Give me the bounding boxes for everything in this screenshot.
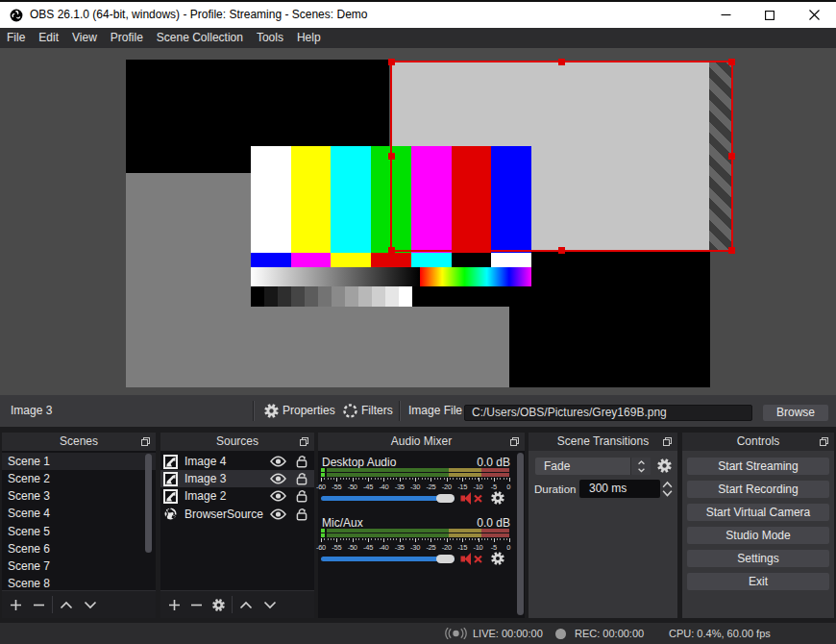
selection-handle-topright[interactable] xyxy=(728,59,735,65)
menu-item[interactable]: Edit xyxy=(32,28,65,48)
menu-item[interactable]: File xyxy=(0,28,32,48)
menu-item[interactable]: Help xyxy=(290,28,328,48)
duration-label: Duration xyxy=(534,483,576,495)
scene-list-item[interactable]: Scene 8 xyxy=(2,575,156,590)
visibility-eye-icon[interactable] xyxy=(270,456,286,467)
lock-icon[interactable] xyxy=(296,508,307,521)
channel-name: Mic/Aux xyxy=(322,516,363,530)
lock-icon[interactable] xyxy=(296,472,307,485)
sources-dock-header[interactable]: Sources xyxy=(160,433,314,451)
control-button[interactable]: Start Virtual Camera xyxy=(687,504,829,522)
selection-handle-midleft[interactable] xyxy=(388,153,395,160)
scene-list-item[interactable]: Scene 7 xyxy=(2,557,156,575)
audio-mixer-dock-header[interactable]: Audio Mixer xyxy=(318,433,525,451)
control-button[interactable]: Studio Mode xyxy=(687,527,829,545)
move-source-down-button[interactable] xyxy=(262,601,278,609)
scenes-scrollbar[interactable] xyxy=(145,454,152,553)
transition-select[interactable]: Fade xyxy=(535,458,651,476)
duration-spinbox[interactable]: 300 ms xyxy=(579,480,660,499)
volume-slider-handle[interactable] xyxy=(436,555,455,563)
browse-button[interactable]: Browse xyxy=(763,405,828,422)
source-list-item[interactable]: BrowserSource xyxy=(160,506,314,523)
scene-list-item[interactable]: Scene 2 xyxy=(2,470,156,487)
close-button[interactable] xyxy=(792,2,836,28)
selection-handle-bottomleft[interactable] xyxy=(388,247,395,254)
lock-icon[interactable] xyxy=(296,455,307,468)
scene-list-item[interactable]: Scene 5 xyxy=(2,523,156,540)
remove-scene-button[interactable] xyxy=(31,599,46,611)
volume-slider-track[interactable] xyxy=(321,557,455,561)
volume-slider-track[interactable] xyxy=(321,496,455,501)
selection-handle-bottomcenter[interactable] xyxy=(558,247,565,254)
selection-handle-midright[interactable] xyxy=(728,153,735,160)
source-list-item[interactable]: Image 3 xyxy=(160,470,314,487)
visibility-eye-icon[interactable] xyxy=(270,490,286,502)
minimize-button[interactable] xyxy=(703,2,748,28)
obs-window: OBS 26.1.0 (64-bit, windows) - Profile: … xyxy=(0,0,836,644)
source-properties-button[interactable] xyxy=(210,598,226,612)
control-button[interactable]: Start Streaming xyxy=(687,458,829,476)
test-pattern-bar xyxy=(291,146,332,253)
transition-gear-icon[interactable] xyxy=(656,458,673,474)
audio-mixer-dock: Audio Mixer Desktop Audio 0.0 dB -60-55-… xyxy=(318,433,525,618)
scenes-dock-body: Scene 1Scene 2Scene 3Scene 4Scene 5Scene… xyxy=(2,451,156,618)
move-scene-down-button[interactable] xyxy=(83,601,98,609)
move-source-up-button[interactable] xyxy=(238,601,254,609)
menu-item[interactable]: View xyxy=(65,28,104,48)
properties-button[interactable]: Properties xyxy=(283,395,335,427)
lock-icon[interactable] xyxy=(296,489,307,503)
test-pattern-step xyxy=(358,286,372,307)
duration-spin-arrows[interactable] xyxy=(661,480,674,499)
scene-list-item[interactable]: Scene 6 xyxy=(2,540,156,557)
popout-icon xyxy=(820,437,828,446)
control-button[interactable]: Settings xyxy=(687,550,829,568)
controls-dock-header[interactable]: Controls xyxy=(682,433,834,451)
visibility-eye-icon[interactable] xyxy=(270,473,286,484)
image-source-icon xyxy=(163,455,178,469)
scene-list-item[interactable]: Scene 3 xyxy=(2,487,156,505)
meter-bar xyxy=(321,529,509,533)
source-name: Image 3 xyxy=(184,472,226,485)
add-scene-button[interactable] xyxy=(8,599,23,611)
channel-gear-icon[interactable] xyxy=(490,490,505,506)
image-file-input[interactable]: C:/Users/OBS/Pictures/Grey169B.png xyxy=(464,405,752,422)
meter-bar xyxy=(321,533,509,537)
source-list-item[interactable]: Image 4 xyxy=(160,453,314,470)
meter-scale-label: -25 xyxy=(426,483,435,491)
menu-item[interactable]: Scene Collection xyxy=(150,28,250,48)
selection-handle-topleft[interactable] xyxy=(388,59,395,65)
selection-handle-topcenter[interactable] xyxy=(558,59,565,65)
meter-level xyxy=(321,473,325,477)
control-button[interactable]: Exit xyxy=(687,573,829,591)
control-button[interactable]: Start Recording xyxy=(687,481,829,499)
mute-icon[interactable] xyxy=(460,491,484,506)
scene-list-item[interactable]: Scene 4 xyxy=(2,505,156,522)
transitions-dock-header[interactable]: Scene Transitions xyxy=(529,433,677,451)
selection-handle-bottomright[interactable] xyxy=(728,247,735,254)
move-scene-up-button[interactable] xyxy=(59,601,74,609)
menu-item[interactable]: Tools xyxy=(250,28,290,48)
maximize-button[interactable] xyxy=(748,2,792,28)
filters-button[interactable]: Filters xyxy=(361,395,393,427)
filters-icon xyxy=(343,404,357,418)
meter-scale-labels: -60-55-50-45-40-35-30-25-20-15-10-50 xyxy=(321,543,510,551)
source-list-item[interactable]: Image 2 xyxy=(160,487,314,505)
selection-box[interactable] xyxy=(390,61,733,253)
remove-source-button[interactable] xyxy=(188,599,204,611)
volume-slider-handle[interactable] xyxy=(436,494,455,503)
mixer-scrollbar[interactable] xyxy=(517,453,524,615)
preview-area[interactable] xyxy=(0,48,836,395)
audio-mixer-dock-title: Audio Mixer xyxy=(318,433,525,451)
scene-list-item[interactable]: Scene 1 xyxy=(2,453,156,470)
add-source-button[interactable] xyxy=(166,599,182,611)
volume-meter xyxy=(321,468,509,477)
mute-icon[interactable] xyxy=(460,552,484,566)
meter-ticks xyxy=(321,538,510,542)
meter-scale-label: -35 xyxy=(395,543,405,552)
channel-gear-icon[interactable] xyxy=(490,551,505,566)
menu-item[interactable]: Profile xyxy=(104,28,150,48)
controls-dock-body: Start StreamingStart RecordingStart Virt… xyxy=(682,451,834,618)
visibility-eye-icon[interactable] xyxy=(270,508,286,520)
scenes-dock-header[interactable]: Scenes xyxy=(2,433,156,451)
meter-scale-label: -45 xyxy=(363,483,373,491)
